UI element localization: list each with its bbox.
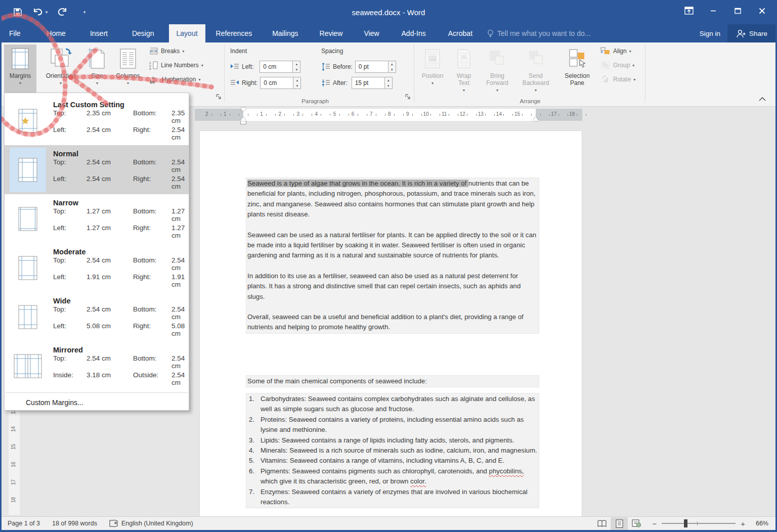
group-icon — [600, 61, 611, 70]
menu-item-wide[interactable]: Wide Top:2.54 cmBottom:2.54 cm Left:5.08… — [5, 292, 189, 341]
web-layout-button[interactable] — [628, 517, 645, 530]
list-item-7[interactable]: Enzymes: Seaweed contains a variety of e… — [247, 487, 538, 508]
window-border-bottom — [0, 530, 777, 532]
spacing-before-spinner[interactable]: ▲▼ — [388, 61, 396, 72]
zoom-controls: − + 66% — [645, 519, 775, 528]
page-setup-dialog-launcher[interactable] — [215, 93, 222, 100]
columns-button[interactable]: Columns ▾ — [111, 45, 145, 100]
tab-file[interactable]: File — [2, 24, 28, 42]
indent-right-spinner[interactable]: ▲▼ — [293, 77, 300, 88]
list-item-5[interactable]: Vitamins: Seaweed contains a range of vi… — [247, 456, 538, 466]
spacing-after-input[interactable] — [352, 77, 384, 88]
document-page[interactable]: Seaweed is a type of algae that grows in… — [199, 130, 582, 516]
margin-preset-icon — [10, 148, 46, 192]
menu-item-last-custom-setting[interactable]: Last Custom Setting Top:2.35 cmBottom:2.… — [5, 96, 189, 145]
paragraph-2[interactable]: Seaweed can be used as a natural fertili… — [247, 230, 538, 261]
menu-item-mirrored[interactable]: Mirrored Top:2.54 cmBottom:2.54 cm Insid… — [5, 341, 189, 390]
intro-line[interactable]: Some of the main chemical components of … — [247, 376, 538, 386]
tell-me-box[interactable]: Tell me what you want to do... — [480, 24, 597, 42]
spacing-before-input[interactable] — [356, 61, 388, 72]
selection-pane-button[interactable]: Selection Pane — [558, 45, 596, 100]
menu-item-narrow[interactable]: Narrow Top:1.27 cmBottom:1.27 cm Left:1.… — [5, 194, 189, 243]
menu-item-moderate[interactable]: Moderate Top:2.54 cmBottom:2.54 cm Left:… — [5, 243, 189, 292]
spacing-before-spinbox: ▲▼ — [355, 61, 396, 73]
tab-insert[interactable]: Insert — [82, 24, 115, 42]
tab-view[interactable]: View — [356, 24, 386, 42]
zoom-percentage[interactable]: 66% — [750, 520, 768, 527]
list-item-4[interactable]: Minerals: Seaweed is a rich source of mi… — [247, 446, 538, 456]
paragraph-4[interactable]: Overall, seaweed can be a useful and ben… — [247, 312, 538, 333]
bring-forward-button: Bring Forward ▾ — [481, 45, 513, 100]
paragraph-dialog-launcher[interactable] — [404, 93, 411, 100]
custom-margins-item[interactable]: Custom Margins... — [5, 395, 189, 410]
hanging-indent-marker[interactable] — [240, 117, 246, 124]
spacing-before-row: Before: ▲▼ — [321, 61, 396, 73]
word-count[interactable]: 18 of 998 words — [46, 520, 103, 527]
list-item-1[interactable]: Carbohydrates: Seaweed contains complex … — [247, 394, 538, 415]
zoom-in-button[interactable]: + — [741, 519, 745, 528]
indent-left-input[interactable] — [260, 61, 292, 72]
tab-mailings[interactable]: Mailings — [265, 24, 306, 42]
tab-home[interactable]: Home — [39, 24, 73, 42]
page-indicator[interactable]: Page 1 of 3 — [2, 520, 46, 527]
spacing-after-row: After: ▲▼ — [321, 77, 393, 89]
zoom-slider[interactable] — [662, 523, 736, 524]
size-button[interactable]: Size ▾ — [84, 45, 110, 100]
wrap-text-button: Wrap Text ▾ — [449, 45, 479, 100]
align-button[interactable]: Align▾ — [600, 46, 631, 57]
proofing-status[interactable]: English (United Kingdom) — [103, 519, 199, 527]
indent-right-spinbox: ▲▼ — [260, 77, 301, 89]
body-text-block[interactable]: Seaweed is a type of algae that grows in… — [246, 178, 539, 334]
orientation-button[interactable]: Orientation ▾ — [38, 45, 83, 100]
hyphenation-button[interactable]: a-bc Hyphenation▾ — [149, 74, 200, 85]
language-indicator: English (United Kingdom) — [121, 520, 193, 527]
redo-button[interactable] — [54, 5, 71, 20]
save-button[interactable] — [9, 5, 26, 20]
ribbon-display-options-button[interactable] — [677, 0, 701, 21]
tab-addins[interactable]: Add-Ins — [394, 24, 434, 42]
tab-references[interactable]: References — [208, 24, 260, 42]
line-numbers-button[interactable]: 1·2·3· Line Numbers▾ — [149, 60, 203, 71]
indent-right-input[interactable] — [261, 77, 293, 88]
undo-caret-icon[interactable]: ▾ — [46, 10, 48, 15]
right-indent-marker[interactable] — [533, 117, 539, 121]
save-icon — [13, 7, 23, 17]
first-line-indent-marker[interactable] — [240, 108, 246, 112]
tab-acrobat[interactable]: Acrobat — [441, 24, 480, 42]
hyphenation-icon: a-bc — [149, 74, 159, 84]
share-button[interactable]: Share — [727, 24, 775, 42]
tell-me-placeholder: Tell me what you want to do... — [497, 29, 590, 37]
customize-qat-button[interactable]: ▾ — [76, 5, 93, 20]
margins-button[interactable]: Margins ▾ — [4, 45, 36, 100]
print-layout-button[interactable] — [611, 517, 628, 530]
read-mode-button[interactable] — [593, 517, 611, 530]
undo-button[interactable]: ▾ — [31, 5, 49, 20]
menu-item-normal[interactable]: Normal Top:2.54 cmBottom:2.54 cm Left:2.… — [5, 145, 189, 194]
intro-line-block[interactable]: Some of the main chemical components of … — [246, 375, 539, 387]
paragraph-3[interactable]: In addition to its use as a fertiliser, … — [247, 271, 538, 302]
spacing-after-spinner[interactable]: ▲▼ — [384, 77, 392, 88]
tab-layout[interactable]: Layout — [169, 24, 205, 42]
zoom-slider-thumb[interactable] — [684, 519, 687, 527]
collapse-ribbon-button[interactable] — [758, 96, 766, 102]
list-item-6[interactable]: Pigments: Seaweed contains pigments such… — [247, 466, 538, 487]
margins-icon — [12, 48, 29, 70]
close-button[interactable] — [750, 0, 774, 21]
sign-in-button[interactable]: Sign in — [693, 24, 727, 42]
chemical-list-block[interactable]: Carbohydrates: Seaweed contains complex … — [246, 393, 539, 508]
minimize-button[interactable] — [701, 0, 725, 21]
columns-caret-icon: ▾ — [127, 81, 129, 85]
list-item-3[interactable]: Lipids: Seaweed contains a range of lipi… — [247, 435, 538, 446]
wrap-text-icon — [456, 48, 471, 70]
maximize-button[interactable] — [725, 0, 750, 21]
indent-left-spinner[interactable]: ▲▼ — [292, 61, 300, 72]
zoom-out-button[interactable]: − — [652, 519, 657, 528]
list-item-2[interactable]: Proteins: Seaweed contains a variety of … — [247, 415, 538, 435]
tab-review[interactable]: Review — [312, 24, 351, 42]
columns-icon — [120, 48, 136, 70]
breaks-button[interactable]: Breaks▾ — [149, 46, 184, 57]
indent-right-icon — [230, 79, 239, 86]
paragraph-1[interactable]: Seaweed is a type of algae that grows in… — [247, 179, 538, 220]
tab-design[interactable]: Design — [124, 24, 162, 42]
rotate-icon — [600, 75, 611, 84]
